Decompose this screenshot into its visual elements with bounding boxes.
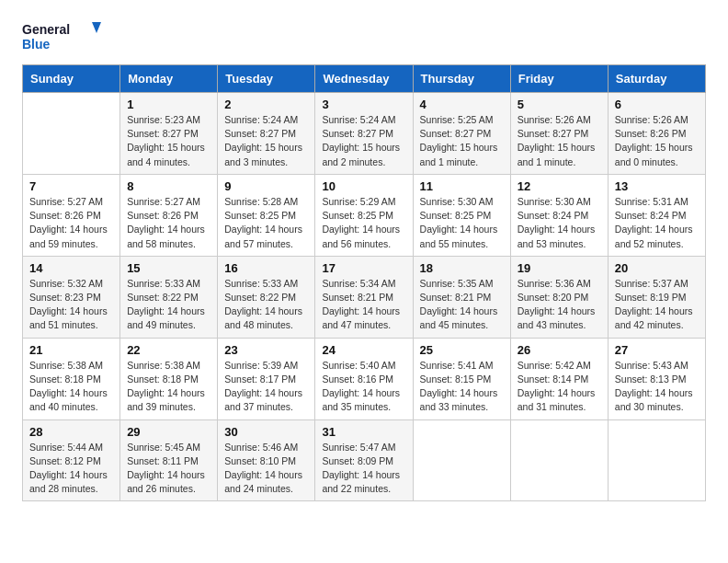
day-number: 9 — [224, 179, 308, 193]
svg-text:Blue: Blue — [22, 37, 51, 52]
cell-text: Sunrise: 5:41 AMSunset: 8:15 PMDaylight:… — [420, 359, 504, 415]
day-number: 4 — [420, 98, 504, 111]
calendar-cell: 14Sunrise: 5:32 AMSunset: 8:23 PMDayligh… — [23, 256, 120, 338]
cell-text: Sunrise: 5:40 AMSunset: 8:16 PMDaylight:… — [322, 359, 405, 415]
header: General Blue — [22, 18, 706, 55]
calendar-cell: 4Sunrise: 5:25 AMSunset: 8:27 PMDaylight… — [413, 93, 510, 175]
svg-marker-2 — [92, 22, 101, 33]
day-number: 23 — [224, 343, 308, 357]
cell-text: Sunrise: 5:32 AMSunset: 8:23 PMDaylight:… — [29, 277, 113, 333]
calendar-cell: 29Sunrise: 5:45 AMSunset: 8:11 PMDayligh… — [120, 419, 218, 501]
cell-text: Sunrise: 5:24 AMSunset: 8:27 PMDaylight:… — [224, 113, 308, 169]
day-header-saturday: Saturday — [608, 65, 705, 93]
cell-text: Sunrise: 5:34 AMSunset: 8:21 PMDaylight:… — [322, 277, 405, 333]
cell-text: Sunrise: 5:27 AMSunset: 8:26 PMDaylight:… — [127, 195, 210, 251]
calendar-cell: 30Sunrise: 5:46 AMSunset: 8:10 PMDayligh… — [218, 419, 315, 501]
calendar-body: 1Sunrise: 5:23 AMSunset: 8:27 PMDaylight… — [23, 93, 706, 501]
calendar-cell: 10Sunrise: 5:29 AMSunset: 8:25 PMDayligh… — [315, 174, 413, 256]
cell-text: Sunrise: 5:39 AMSunset: 8:17 PMDaylight:… — [224, 359, 308, 415]
day-number: 2 — [224, 98, 308, 111]
calendar-cell: 5Sunrise: 5:26 AMSunset: 8:27 PMDaylight… — [510, 93, 608, 175]
calendar-table: SundayMondayTuesdayWednesdayThursdayFrid… — [22, 64, 706, 501]
calendar-cell: 21Sunrise: 5:38 AMSunset: 8:18 PMDayligh… — [23, 338, 120, 419]
calendar-cell: 9Sunrise: 5:28 AMSunset: 8:25 PMDaylight… — [218, 174, 315, 256]
day-number: 28 — [29, 425, 113, 439]
day-number: 3 — [322, 98, 405, 111]
cell-text: Sunrise: 5:30 AMSunset: 8:25 PMDaylight:… — [420, 195, 504, 251]
calendar-cell: 1Sunrise: 5:23 AMSunset: 8:27 PMDaylight… — [120, 93, 218, 175]
calendar-cell: 16Sunrise: 5:33 AMSunset: 8:22 PMDayligh… — [218, 256, 315, 338]
cell-text: Sunrise: 5:38 AMSunset: 8:18 PMDaylight:… — [127, 359, 210, 415]
cell-text: Sunrise: 5:37 AMSunset: 8:19 PMDaylight:… — [615, 277, 699, 333]
day-number: 7 — [29, 179, 113, 193]
day-number: 19 — [518, 261, 601, 275]
day-number: 20 — [615, 261, 699, 275]
cell-text: Sunrise: 5:27 AMSunset: 8:26 PMDaylight:… — [29, 195, 113, 251]
calendar-cell: 2Sunrise: 5:24 AMSunset: 8:27 PMDaylight… — [218, 93, 315, 175]
day-header-monday: Monday — [120, 65, 218, 93]
day-header-thursday: Thursday — [413, 65, 510, 93]
day-header-sunday: Sunday — [23, 65, 120, 93]
cell-text: Sunrise: 5:36 AMSunset: 8:20 PMDaylight:… — [518, 277, 601, 333]
day-number: 16 — [224, 261, 308, 275]
day-number: 6 — [615, 98, 699, 111]
calendar-cell — [413, 419, 510, 501]
calendar-cell — [510, 419, 608, 501]
calendar-cell: 19Sunrise: 5:36 AMSunset: 8:20 PMDayligh… — [510, 256, 608, 338]
day-number: 25 — [420, 343, 504, 357]
calendar-cell: 18Sunrise: 5:35 AMSunset: 8:21 PMDayligh… — [413, 256, 510, 338]
calendar-cell: 17Sunrise: 5:34 AMSunset: 8:21 PMDayligh… — [315, 256, 413, 338]
calendar-cell: 25Sunrise: 5:41 AMSunset: 8:15 PMDayligh… — [413, 338, 510, 419]
calendar-cell: 7Sunrise: 5:27 AMSunset: 8:26 PMDaylight… — [23, 174, 120, 256]
day-header-tuesday: Tuesday — [218, 65, 315, 93]
calendar-cell: 28Sunrise: 5:44 AMSunset: 8:12 PMDayligh… — [23, 419, 120, 501]
week-row-4: 28Sunrise: 5:44 AMSunset: 8:12 PMDayligh… — [23, 419, 706, 501]
calendar-cell: 24Sunrise: 5:40 AMSunset: 8:16 PMDayligh… — [315, 338, 413, 419]
day-number: 21 — [29, 343, 113, 357]
day-number: 31 — [322, 425, 405, 439]
day-number: 24 — [322, 343, 405, 357]
cell-text: Sunrise: 5:26 AMSunset: 8:27 PMDaylight:… — [518, 113, 601, 169]
day-number: 15 — [127, 261, 210, 275]
cell-text: Sunrise: 5:45 AMSunset: 8:11 PMDaylight:… — [127, 441, 210, 497]
day-number: 26 — [518, 343, 601, 357]
day-number: 11 — [420, 179, 504, 193]
calendar-cell: 3Sunrise: 5:24 AMSunset: 8:27 PMDaylight… — [315, 93, 413, 175]
cell-text: Sunrise: 5:47 AMSunset: 8:09 PMDaylight:… — [322, 441, 405, 497]
cell-text: Sunrise: 5:44 AMSunset: 8:12 PMDaylight:… — [29, 441, 113, 497]
cell-text: Sunrise: 5:23 AMSunset: 8:27 PMDaylight:… — [127, 113, 210, 169]
cell-text: Sunrise: 5:35 AMSunset: 8:21 PMDaylight:… — [420, 277, 504, 333]
day-number: 30 — [224, 425, 308, 439]
day-header-friday: Friday — [510, 65, 608, 93]
week-row-2: 14Sunrise: 5:32 AMSunset: 8:23 PMDayligh… — [23, 256, 706, 338]
calendar-cell — [23, 93, 120, 175]
cell-text: Sunrise: 5:26 AMSunset: 8:26 PMDaylight:… — [615, 113, 699, 169]
day-number: 18 — [420, 261, 504, 275]
day-number: 8 — [127, 179, 210, 193]
logo-svg: General Blue — [22, 18, 105, 55]
day-number: 13 — [615, 179, 699, 193]
cell-text: Sunrise: 5:31 AMSunset: 8:24 PMDaylight:… — [615, 195, 699, 251]
day-number: 5 — [518, 98, 601, 111]
day-number: 22 — [127, 343, 210, 357]
calendar-cell: 20Sunrise: 5:37 AMSunset: 8:19 PMDayligh… — [608, 256, 705, 338]
cell-text: Sunrise: 5:33 AMSunset: 8:22 PMDaylight:… — [224, 277, 308, 333]
day-number: 10 — [322, 179, 405, 193]
day-number: 12 — [518, 179, 601, 193]
day-number: 17 — [322, 261, 405, 275]
calendar-cell: 26Sunrise: 5:42 AMSunset: 8:14 PMDayligh… — [510, 338, 608, 419]
cell-text: Sunrise: 5:33 AMSunset: 8:22 PMDaylight:… — [127, 277, 210, 333]
calendar-cell: 11Sunrise: 5:30 AMSunset: 8:25 PMDayligh… — [413, 174, 510, 256]
calendar-cell: 15Sunrise: 5:33 AMSunset: 8:22 PMDayligh… — [120, 256, 218, 338]
logo: General Blue — [22, 18, 105, 55]
cell-text: Sunrise: 5:29 AMSunset: 8:25 PMDaylight:… — [322, 195, 405, 251]
cell-text: Sunrise: 5:25 AMSunset: 8:27 PMDaylight:… — [420, 113, 504, 169]
cell-text: Sunrise: 5:46 AMSunset: 8:10 PMDaylight:… — [224, 441, 308, 497]
calendar-cell: 31Sunrise: 5:47 AMSunset: 8:09 PMDayligh… — [315, 419, 413, 501]
calendar-cell: 23Sunrise: 5:39 AMSunset: 8:17 PMDayligh… — [218, 338, 315, 419]
calendar-cell: 27Sunrise: 5:43 AMSunset: 8:13 PMDayligh… — [608, 338, 705, 419]
cell-text: Sunrise: 5:38 AMSunset: 8:18 PMDaylight:… — [29, 359, 113, 415]
day-number: 1 — [127, 98, 210, 111]
calendar-cell: 12Sunrise: 5:30 AMSunset: 8:24 PMDayligh… — [510, 174, 608, 256]
cell-text: Sunrise: 5:28 AMSunset: 8:25 PMDaylight:… — [224, 195, 308, 251]
